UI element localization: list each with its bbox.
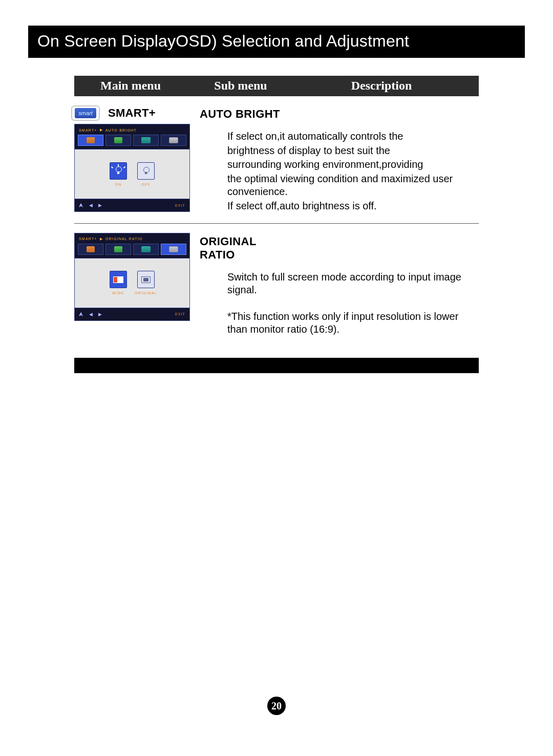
ratio-icon [169, 246, 178, 252]
osd-tab-4[interactable] [161, 244, 186, 255]
crumb-auto-bright: AUTO BRIGHT [105, 128, 137, 132]
osd-tab-1[interactable] [78, 135, 103, 146]
wide-icon [113, 276, 123, 283]
bulb-on-icon [114, 166, 122, 176]
chevron-right-icon: ▶ [100, 237, 103, 241]
option-off-label: OFF [141, 183, 151, 186]
exit-label[interactable]: EXIT [175, 204, 185, 207]
osd-tab-4[interactable] [161, 135, 186, 146]
option-on[interactable] [110, 162, 127, 180]
sub-menu-auto-bright: AUTO BRIGHT [200, 107, 474, 121]
crumb-smart: SMART+ [79, 128, 97, 132]
ratio-icon [169, 137, 178, 143]
column-header-bar: Main menu Sub menu Description [74, 76, 479, 96]
desc-auto-bright: If select on,it automatically controls t… [200, 130, 474, 213]
osd-tab-2[interactable] [105, 244, 131, 255]
cinema-icon [141, 246, 151, 252]
option-wide[interactable] [110, 271, 127, 288]
crumb-smart: SMART+ [79, 237, 97, 241]
sub-menu-original-ratio: ORIGINAL RATIO [200, 235, 474, 262]
smart-badge-label: smart [75, 108, 96, 118]
original-icon [141, 276, 151, 283]
option-original[interactable] [137, 271, 155, 288]
bulb-off-icon [143, 167, 149, 175]
smart-plus-label: SMART+ [108, 106, 156, 120]
desc-original-ratio: Switch to full screen mode according to … [200, 271, 474, 336]
option-original-label: ORIGINAL [135, 291, 157, 295]
page-number: 20 [267, 697, 286, 715]
col-description: Description [294, 79, 469, 93]
page-title: On Screen DisplayOSD) Selection and Adju… [28, 26, 525, 58]
nav-up-icon[interactable]: ⮝ [79, 203, 84, 208]
smart-badge: smart [71, 105, 100, 121]
col-main-menu: Main menu [74, 79, 187, 93]
osd-panel-auto-bright: SMART+ ▶ AUTO BRIGHT [74, 124, 190, 212]
footer-strip [74, 358, 479, 373]
eco-icon [114, 137, 122, 143]
osd-tab-3[interactable] [133, 135, 159, 146]
option-off[interactable] [137, 162, 155, 180]
osd-breadcrumb: SMART+ ▶ ORIGINAL RATIO [75, 233, 189, 244]
eco-icon [114, 246, 122, 252]
exit-label[interactable]: EXIT [175, 312, 185, 316]
nav-up-icon[interactable]: ⮝ [79, 312, 84, 317]
osd-tab-3[interactable] [133, 244, 159, 255]
osd-panel-original-ratio: SMART+ ▶ ORIGINAL RATIO [74, 233, 190, 321]
nav-left-icon[interactable]: ◀ [89, 203, 93, 208]
option-on-label: ON [115, 183, 121, 186]
brightness-icon [87, 137, 95, 143]
osd-tab-1[interactable] [78, 244, 103, 255]
crumb-original-ratio: ORIGINAL RATIO [105, 237, 143, 241]
nav-right-icon[interactable]: ▶ [98, 203, 102, 208]
col-sub-menu: Sub menu [187, 79, 294, 93]
cinema-icon [141, 137, 151, 143]
brightness-icon [87, 246, 95, 252]
osd-breadcrumb: SMART+ ▶ AUTO BRIGHT [75, 124, 189, 135]
nav-right-icon[interactable]: ▶ [98, 312, 102, 317]
nav-left-icon[interactable]: ◀ [89, 312, 93, 317]
chevron-right-icon: ▶ [100, 128, 103, 132]
osd-tab-2[interactable] [105, 135, 131, 146]
option-wide-label: WIDE [112, 291, 124, 295]
